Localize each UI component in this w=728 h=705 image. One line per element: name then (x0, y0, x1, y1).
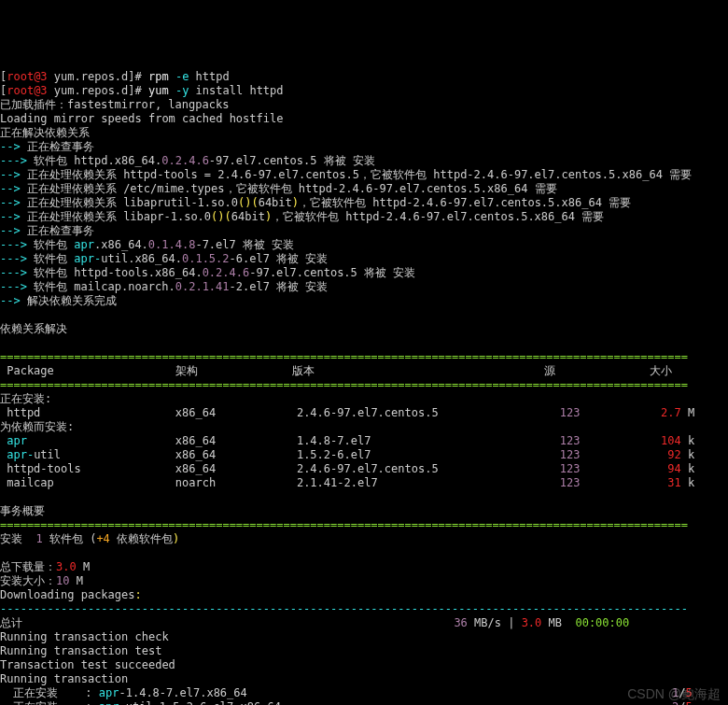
row-apr: apr (0, 434, 27, 447)
resolve-line: 正在解决依赖关系 (0, 126, 90, 139)
divider: ========================================… (0, 350, 688, 363)
installing-label: 正在安装: (0, 392, 51, 405)
col-source: 源 (544, 364, 555, 377)
dash-divider: ----------------------------------------… (0, 602, 688, 615)
row-httpd: httpd (0, 406, 40, 419)
col-version: 版本 (292, 364, 315, 377)
row-mailcap: mailcap (0, 476, 54, 489)
col-arch: 架构 (175, 364, 198, 377)
col-package: Package (0, 364, 54, 377)
watermark: CSDN @鲍海超 (627, 687, 721, 701)
col-size: 大小 (650, 364, 672, 377)
row-apr-util: apr- (0, 448, 34, 461)
trans-succeeded: Transaction test succeeded (0, 658, 175, 671)
trans-check: Running transaction check (0, 630, 169, 643)
trans-summary: 事务概要 (0, 504, 45, 517)
total-label: 总计 (0, 616, 22, 629)
deps-resolved: 依赖关系解决 (0, 322, 67, 335)
plugin-line: 已加载插件：fastestmirror, langpacks (0, 98, 229, 111)
user-host: root@3 (7, 70, 47, 83)
row-httpd-tools: httpd-tools (0, 462, 81, 475)
terminal-output: [root@3 yum.repos.d]# rpm -e httpd [root… (0, 56, 728, 705)
mirror-line: Loading mirror speeds from cached hostfi… (0, 112, 283, 125)
trans-test: Running transaction test (0, 644, 161, 657)
for-deps-label: 为依赖而安装: (0, 420, 74, 433)
running-trans: Running transaction (0, 672, 128, 685)
